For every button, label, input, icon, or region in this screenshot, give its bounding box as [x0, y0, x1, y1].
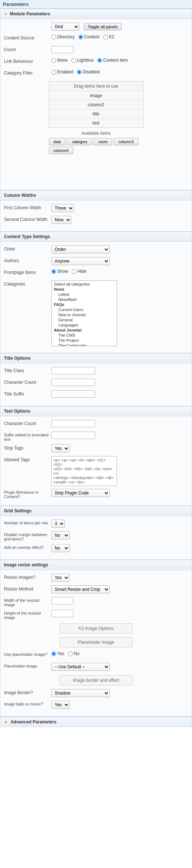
- category-filter-disabled[interactable]: Disabled: [77, 69, 100, 74]
- first-column-row: First Column Width Three: [4, 204, 188, 213]
- strip-tags-row: Strip Tags Yes No: [4, 444, 188, 453]
- placeholder-image-select[interactable]: – Use Default –: [51, 663, 110, 671]
- toggle-all-panels-button[interactable]: Toggle all panels: [84, 23, 122, 30]
- category-filter-enabled[interactable]: Enabled: [51, 69, 73, 74]
- cat-general[interactable]: General: [52, 317, 116, 322]
- drag-item-text[interactable]: text: [49, 119, 143, 127]
- title-class-value: h2: [51, 367, 188, 374]
- placeholder-image-row: Placeholder image – Use Default –: [4, 663, 188, 672]
- text-char-count-input[interactable]: 100: [51, 420, 95, 427]
- resize-height-input[interactable]: 60: [51, 610, 73, 617]
- second-column-select[interactable]: Nine: [51, 216, 71, 224]
- grid-settings-header: Grid Settings: [0, 506, 192, 516]
- cat-languages[interactable]: Languages: [52, 322, 116, 328]
- strip-tags-select[interactable]: Yes No: [51, 444, 70, 452]
- strip-tags-label: Strip Tags: [4, 444, 51, 451]
- avail-column4[interactable]: column4: [49, 147, 74, 154]
- items-per-row-select[interactable]: 1 2 3 4 5 6: [51, 520, 65, 528]
- cat-project[interactable]: The Project: [52, 338, 116, 343]
- title-options-label: Title Options: [4, 356, 31, 361]
- frontpage-hide[interactable]: Hide: [72, 269, 87, 274]
- advanced-parameters-header[interactable]: ► Advanced Parameters: [0, 717, 192, 727]
- content-type-settings-header: Content Type Settings: [0, 232, 192, 242]
- placeholder-yes[interactable]: Yes: [51, 651, 64, 656]
- suffix-truncated-label: Suffix added to truncated text: [4, 432, 51, 441]
- link-behaviour-label: Link Behaviour: [4, 58, 51, 64]
- module-parameters-section: ▼ Module Parameters Grid List Masonry To…: [0, 9, 192, 190]
- drag-item-title[interactable]: title: [49, 110, 143, 119]
- cat-cms[interactable]: The CMS: [52, 333, 116, 338]
- frontpage-show[interactable]: Show: [51, 269, 68, 274]
- title-char-count-input[interactable]: 100: [51, 379, 95, 386]
- title-class-input[interactable]: h2: [51, 367, 95, 374]
- content-source-content[interactable]: Content: [78, 34, 99, 39]
- title-suffix-input[interactable]: [51, 390, 95, 398]
- resize-width-row: Width of the resized image 60: [4, 597, 188, 607]
- suffix-truncated-input[interactable]: [51, 432, 95, 439]
- count-input[interactable]: 6: [51, 46, 73, 53]
- frontpage-items-label: Frontpage Items: [4, 269, 51, 275]
- first-column-select[interactable]: Three: [51, 204, 74, 212]
- resize-images-row: Resize Images? Yes No: [4, 574, 188, 582]
- link-content-item[interactable]: Content item: [97, 58, 128, 63]
- link-behaviour-row: Link Behaviour None Lightbox Content ite…: [4, 58, 188, 66]
- authors-select[interactable]: Anyone: [51, 257, 110, 265]
- cat-latest[interactable]: Latest: [52, 292, 116, 297]
- image-border-effect-label: Image border and effect: [73, 678, 119, 683]
- cat-news[interactable]: News: [52, 287, 116, 292]
- resize-method-label: Resize Method: [4, 585, 51, 592]
- cat-new-joomla[interactable]: New to Joomla!: [52, 312, 116, 317]
- image-border-select[interactable]: Shadow None Solid: [51, 689, 110, 697]
- resize-images-select[interactable]: Yes No: [51, 574, 70, 582]
- available-items-section: Available Items date category more colum…: [49, 131, 144, 154]
- drag-item-image[interactable]: image: [49, 91, 143, 100]
- content-source-k2[interactable]: K2: [103, 34, 114, 39]
- title-options-content: Title Class h2 Character Count 100 Title…: [0, 363, 192, 406]
- image-border-label: Image Border?: [4, 689, 51, 695]
- advanced-arrow-icon: ►: [4, 719, 8, 724]
- count-label: Count: [4, 46, 51, 52]
- first-column-label: First Column Width: [4, 204, 51, 210]
- categories-box[interactable]: Select all categories News Latest Newsfl…: [51, 280, 117, 346]
- cat-newsflash[interactable]: Newsflash: [52, 297, 116, 302]
- cat-community[interactable]: The Community: [52, 343, 116, 346]
- disable-margin-value: No Yes: [51, 531, 188, 539]
- overlay-effect-select[interactable]: No Yes: [51, 544, 70, 552]
- cat-faqs[interactable]: FAQs: [52, 302, 116, 307]
- strip-tags-value: Yes No: [51, 444, 188, 452]
- order-select[interactable]: Order Date Title Random: [51, 245, 110, 253]
- avail-column3[interactable]: column3: [114, 138, 138, 145]
- resize-width-input[interactable]: 60: [51, 597, 73, 604]
- image-fade-select[interactable]: Yes No: [51, 701, 70, 709]
- cat-about-joomla[interactable]: About Joomla!: [52, 328, 116, 333]
- frontpage-items-value: Show Hide: [51, 269, 188, 274]
- plugin-behaviour-select[interactable]: Strip Plugin Code Execute Plugins: [51, 489, 110, 497]
- frontpage-items-row: Frontpage Items Show Hide: [4, 269, 188, 278]
- link-lightbox[interactable]: Lightbox: [71, 58, 94, 63]
- avail-category[interactable]: category: [67, 138, 92, 145]
- image-border-row: Image Border? Shadow None Solid: [4, 689, 188, 698]
- cat-current-users[interactable]: Current Users: [52, 307, 116, 312]
- resize-width-value: 60: [51, 597, 188, 604]
- allowed-tags-label: Allowed Tags: [4, 456, 51, 462]
- resize-height-label: Height of the resized image: [4, 610, 51, 620]
- image-resize-settings-header: Image resize settings: [0, 560, 192, 570]
- disable-margin-select[interactable]: No Yes: [51, 531, 70, 539]
- allowed-tags-row: Allowed Tags <p> <a> <ul> <li> <div> <h1…: [4, 456, 188, 486]
- items-per-row-row: Number of items per row 1 2 3 4 5 6: [4, 520, 188, 528]
- disable-margin-row: Disable margin between grid items? No Ye…: [4, 531, 188, 541]
- grid-select[interactable]: Grid List Masonry: [51, 23, 79, 31]
- content-source-directory[interactable]: Directory: [51, 34, 75, 39]
- text-char-count-label: Character Count: [4, 420, 51, 426]
- page-header: Parameters: [0, 0, 192, 9]
- title-char-count-row: Character Count 100: [4, 379, 188, 387]
- link-none[interactable]: None: [51, 58, 68, 63]
- placeholder-image-box: Placeholder Image: [60, 637, 133, 647]
- drag-item-column2[interactable]: column2: [49, 100, 143, 110]
- avail-date[interactable]: date: [49, 138, 66, 145]
- placeholder-no[interactable]: No: [68, 651, 79, 656]
- resize-method-select[interactable]: Smart Resize and Crop Resize Only Crop O…: [51, 585, 110, 593]
- cat-all[interactable]: Select all categories: [52, 282, 116, 287]
- image-resize-settings-content: Resize Images? Yes No Resize Method Smar…: [0, 570, 192, 716]
- avail-more[interactable]: more: [94, 138, 112, 145]
